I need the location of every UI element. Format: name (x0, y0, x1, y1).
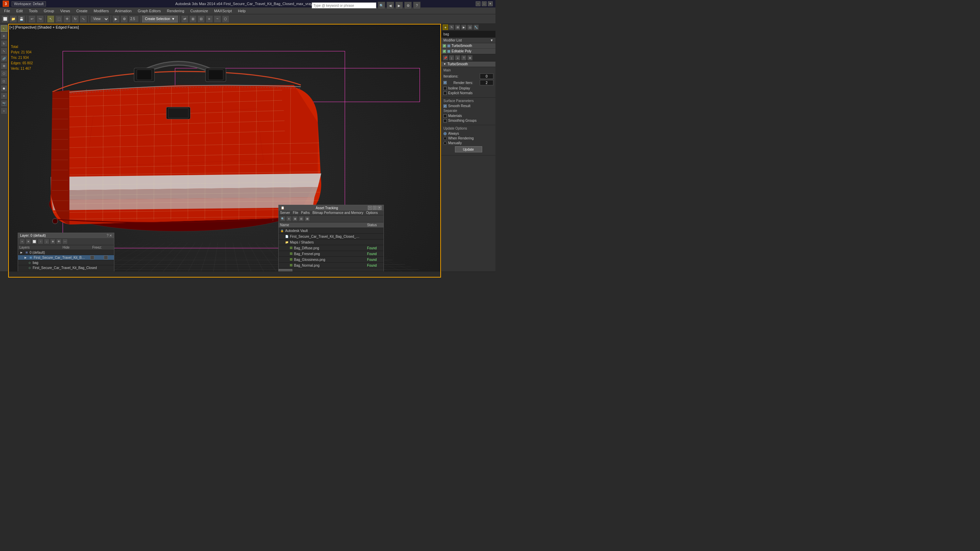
link-tool[interactable]: 🔗 (1, 55, 8, 62)
undo-button[interactable]: ↩ (28, 15, 36, 23)
asset-row-normal[interactable]: 🖼 Bag_Normal.png Found (279, 263, 383, 268)
ts-header[interactable]: ▼ TurboSmooth (441, 62, 495, 67)
viewport[interactable]: [+] [Perspective] [Shaded + Edged Faces]… (8, 24, 441, 278)
close-button[interactable]: ✕ (488, 2, 493, 6)
mod-show-btn3[interactable]: ⤒ (461, 55, 466, 60)
ts-smooth-result-check[interactable] (443, 105, 447, 108)
rotate-button[interactable]: ↻ (72, 15, 79, 23)
mod-show-btn4[interactable]: ⊕ (467, 55, 473, 60)
menu-item-group[interactable]: Group (41, 8, 57, 14)
prev-button[interactable]: ◀ (387, 2, 394, 9)
layers-new-button[interactable]: ⬜ (32, 239, 37, 244)
mirror-button[interactable]: ⇌ (181, 15, 189, 23)
render-button[interactable]: ▶ (112, 15, 120, 23)
render-settings-button[interactable]: ⚙ (121, 15, 128, 23)
workspace-selector[interactable]: Workspace: Default (11, 2, 46, 6)
menu-item-tools[interactable]: Tools (26, 8, 40, 14)
modifier-editablepoly-check[interactable]: ✓ (443, 50, 446, 53)
layer-row-2[interactable]: ◇ bag (18, 260, 114, 265)
menu-item-rendering[interactable]: Rendering (164, 8, 187, 14)
select-tool[interactable]: ↖ (1, 25, 8, 32)
ts-always-radio[interactable] (443, 132, 447, 135)
mod-pin-button[interactable]: 📌 (443, 55, 448, 60)
menu-item-file[interactable]: File (2, 8, 13, 14)
layers-close-button[interactable]: ✕ (109, 233, 112, 237)
options-button[interactable]: ⚙ (404, 2, 412, 9)
layers-down-button[interactable]: ↓ (44, 239, 49, 244)
mod-show-btn2[interactable]: ⤓ (455, 55, 460, 60)
rpanel-icon-modify[interactable]: ✎ (449, 24, 454, 30)
asset-menu-paths[interactable]: Paths (301, 211, 310, 214)
help-button[interactable]: ? (413, 2, 421, 9)
array-button[interactable]: ⊞ (189, 15, 197, 23)
layers-hide-button[interactable]: 👁 (56, 239, 62, 244)
asset-restore-button[interactable]: □ (372, 206, 377, 210)
layer-row-1[interactable]: ▶ ⊞ First_Secure_Car_Travel_Kit_Bag_Clos… (18, 255, 114, 260)
open-button[interactable]: 📁 (10, 15, 17, 23)
menu-item-edit[interactable]: Edit (14, 8, 25, 14)
move-tool[interactable]: ✛ (1, 33, 8, 40)
create-selection-button[interactable]: Create Selection ▼ (142, 16, 178, 22)
asset-row-maps[interactable]: 📁 Maps / Shaders (279, 240, 383, 245)
modifier-turbosmooth[interactable]: ✓ TurboSmooth (441, 43, 495, 49)
ts-render-iters-input[interactable] (480, 80, 493, 86)
layers-add-button[interactable]: + (19, 239, 25, 244)
render-zoom-input[interactable] (129, 16, 139, 22)
menu-item-animation[interactable]: Animation (112, 8, 134, 14)
asset-menu-file[interactable]: File (293, 211, 298, 214)
asset-row-vault[interactable]: 🔒 Autodesk Vault (279, 228, 383, 233)
asset-row-fresnel[interactable]: 🖼 Bag_Fresnel.png Found (279, 251, 383, 257)
maximize-button[interactable]: □ (482, 2, 487, 6)
rpanel-icon-create[interactable]: ◈ (443, 24, 448, 30)
light-tool[interactable]: ☀ (1, 92, 8, 99)
rpanel-icon-hierarchy[interactable]: ⊞ (455, 24, 460, 30)
geometry-tool[interactable]: ◻ (1, 78, 8, 84)
layer-row-3[interactable]: ◇ First_Secure_Car_Travel_Kit_Bag_Closed (18, 265, 114, 270)
scale-tool[interactable]: ⤡ (1, 48, 8, 54)
asset-row-glossiness[interactable]: 🖼 Bag_Glossiness.png Found (279, 257, 383, 263)
menu-item-help[interactable]: Help (235, 8, 248, 14)
menu-item-modifiers[interactable]: Modifiers (91, 8, 111, 14)
menu-item-views[interactable]: Views (57, 8, 73, 14)
select-region-button[interactable]: ⬚ (55, 15, 63, 23)
search-button[interactable]: 🔍 (378, 2, 385, 9)
modifier-list-dropdown[interactable]: ▼ (490, 38, 493, 42)
scale-button[interactable]: ⤡ (80, 15, 87, 23)
unlink-tool[interactable]: ⛓ (1, 63, 8, 69)
ts-materials-check[interactable] (443, 114, 447, 118)
search-input[interactable] (312, 2, 376, 8)
move-button[interactable]: ✛ (63, 15, 71, 23)
menu-item-maxscript[interactable]: MAXScript (211, 8, 234, 14)
align-button[interactable]: ⊟ (197, 15, 205, 23)
rpanel-icon-utilities[interactable]: 🔧 (473, 24, 479, 30)
curve-editor-button[interactable]: ~ (214, 15, 221, 23)
rpanel-icon-motion[interactable]: ▶ (461, 24, 466, 30)
asset-menu-server[interactable]: Server (280, 211, 290, 214)
asset-close-button[interactable]: ✕ (377, 206, 382, 210)
new-button[interactable]: ⬜ (2, 15, 9, 23)
rpanel-icon-display[interactable]: ◎ (467, 24, 473, 30)
layers-help-button[interactable]: ? (107, 233, 108, 237)
ts-explicit-normals-check[interactable] (443, 92, 447, 95)
asset-toolbar-btn2[interactable]: ≡ (286, 216, 292, 221)
asset-menu-bitmap[interactable]: Bitmap Performance and Memory (312, 211, 363, 214)
redo-button[interactable]: ↪ (37, 15, 44, 23)
ts-smoothing-groups-check[interactable] (443, 119, 447, 122)
shape-tool[interactable]: ⬟ (1, 85, 8, 92)
next-button[interactable]: ▶ (395, 2, 403, 9)
ts-iterations-input[interactable] (480, 73, 493, 79)
layer-manager-button[interactable]: ≡ (205, 15, 213, 23)
mod-show-end-button[interactable]: | (449, 55, 454, 60)
menu-item-customize[interactable]: Customize (188, 8, 211, 14)
asset-toolbar-btn1[interactable]: 🔍 (280, 216, 285, 221)
asset-menu-options[interactable]: Options (366, 211, 378, 214)
ts-isoline-check[interactable] (443, 87, 447, 90)
ts-manually-radio[interactable] (443, 141, 447, 145)
menu-item-graph-editors[interactable]: Graph Editors (135, 8, 164, 14)
ts-update-button[interactable]: Update (455, 146, 482, 152)
save-button[interactable]: 💾 (18, 15, 25, 23)
modifier-turbosmooth-check[interactable]: ✓ (443, 44, 446, 48)
asset-toolbar-btn5[interactable]: ⊠ (305, 216, 310, 221)
menu-item-create[interactable]: Create (73, 8, 90, 14)
select-button[interactable]: ↖ (47, 15, 54, 23)
